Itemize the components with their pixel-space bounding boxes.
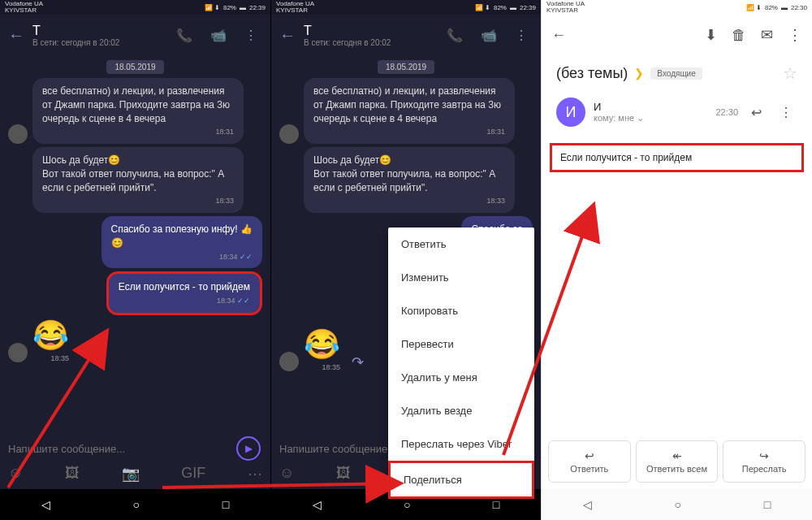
camera-icon[interactable]: 📷 (122, 465, 140, 483)
back-icon[interactable]: ← (551, 27, 566, 44)
menu-delete-all[interactable]: Удалить везде (388, 394, 534, 427)
avatar[interactable] (8, 343, 28, 362)
mail-icon[interactable]: ✉ (761, 26, 773, 44)
video-icon[interactable]: 📹 (205, 28, 231, 43)
star-icon[interactable]: ☆ (783, 63, 797, 83)
importance-icon[interactable]: ❯ (634, 67, 644, 80)
avatar[interactable] (8, 124, 28, 144)
nav-back[interactable]: ◁ (41, 498, 50, 511)
more-composer-icon[interactable]: ⋯ (248, 465, 262, 483)
chat-title[interactable]: Т (32, 24, 163, 38)
status-bar: Vodafone UA KYIVSTAR 📶 ⬇ 82% ▬ 22:39 (271, 0, 541, 15)
delete-icon[interactable]: 🗑 (732, 27, 746, 44)
status-bar: Vodafone UA KYIVSTAR 📶 ⬇ 82% ▬ 22:30 (542, 0, 812, 15)
message-in[interactable]: все бесплатно) и лекции, и развлечения о… (32, 78, 244, 144)
share-icon[interactable]: ↷ (352, 353, 364, 371)
call-icon[interactable]: 📞 (171, 28, 197, 43)
forward-button[interactable]: ↪Переслать (723, 440, 806, 483)
call-icon[interactable]: 📞 (442, 28, 468, 43)
message-out-highlighted[interactable]: Если получится - то прийдем 18:34 ✓✓ (106, 271, 262, 314)
status-bar: Vodafone UA KYIVSTAR 📶 ⬇ 82% ▬ 22:39 (0, 0, 270, 15)
mic-button[interactable]: ▶ (236, 436, 261, 461)
message-in[interactable]: Шось да будет😊 Вот такой ответ получила,… (32, 147, 244, 213)
nav-recent[interactable]: □ (764, 498, 771, 511)
reply-button[interactable]: ↩Ответить (548, 440, 631, 483)
nav-back[interactable]: ◁ (313, 498, 322, 511)
back-icon[interactable]: ← (279, 26, 296, 45)
clock: 22:39 (249, 4, 266, 11)
date-chip: 18.05.2019 (0, 58, 270, 73)
menu-copy[interactable]: Копировать (388, 294, 534, 327)
archive-icon[interactable]: ⬇ (705, 26, 717, 44)
reply-icon[interactable]: ↩ (746, 105, 767, 120)
gmail-header: ← ⬇ 🗑 ✉ ⋮ (542, 15, 812, 55)
menu-translate[interactable]: Перевести (388, 327, 534, 361)
email-time: 22:30 (715, 107, 738, 117)
nav-home[interactable]: ○ (133, 498, 140, 511)
signal-icon: 📶 ⬇ (205, 4, 220, 11)
chat-header: ← Т В сети: сегодня в 20:02 📞 📹 ⋮ (0, 15, 270, 55)
more-icon[interactable]: ⋮ (240, 28, 262, 43)
share-icon[interactable]: ↷ (80, 344, 93, 362)
gmail-actions: ↩Ответить ↞Ответить всем ↪Переслать (542, 434, 812, 489)
sender-name[interactable]: И (594, 101, 707, 113)
menu-delete-mine[interactable]: Удалить у меня (388, 361, 534, 394)
composer: ▶ ☺ 🖼 📷 GIF ⋯ (0, 431, 270, 489)
gallery-icon[interactable]: 🖼 (65, 465, 80, 483)
message-in[interactable]: Шось да будет😊 Вот такой ответ получила,… (304, 147, 515, 213)
nav-recent[interactable]: □ (222, 498, 229, 511)
message-in[interactable]: все бесплатно) и лекции, и развлечения о… (304, 78, 515, 144)
back-icon[interactable]: ← (8, 26, 24, 45)
context-menu: Ответить Изменить Копировать Перевести У… (388, 228, 534, 499)
more-icon[interactable]: ⋮ (775, 105, 797, 120)
message-input[interactable] (8, 438, 262, 460)
email-subject: (без темы) (556, 65, 628, 82)
sender-avatar[interactable]: И (556, 98, 585, 127)
chat-subtitle: В сети: сегодня в 20:02 (32, 38, 163, 47)
chevron-down-icon[interactable]: ⌄ (637, 113, 644, 123)
nav-home[interactable]: ○ (675, 498, 681, 511)
video-icon[interactable]: 📹 (476, 28, 502, 43)
nav-recent[interactable]: □ (493, 498, 499, 511)
more-icon[interactable]: ⋮ (788, 26, 802, 44)
reply-all-button[interactable]: ↞Ответить всем (636, 440, 719, 483)
menu-edit[interactable]: Изменить (388, 261, 534, 294)
nav-back[interactable]: ◁ (583, 498, 592, 511)
nav-bar: ◁ ○ □ (0, 489, 270, 520)
nav-home[interactable]: ○ (404, 498, 410, 511)
emoji-icon[interactable]: ☺ (8, 465, 23, 483)
gif-icon[interactable]: GIF (181, 465, 205, 483)
battery-text: 82% (223, 4, 236, 11)
inbox-label[interactable]: Входящие (650, 67, 702, 80)
carrier-2: KYIVSTAR (5, 7, 43, 14)
menu-share[interactable]: Поделиться (388, 461, 534, 499)
emoji-message[interactable]: 😂 (32, 318, 69, 353)
menu-forward-viber[interactable]: Переслать через Viber (388, 427, 534, 461)
menu-reply[interactable]: Ответить (388, 228, 534, 261)
battery-icon: ▬ (240, 4, 246, 11)
more-icon[interactable]: ⋮ (510, 28, 533, 43)
message-out[interactable]: Спасибо за полезную инфу! 👍😊 18:34 ✓✓ (102, 216, 262, 268)
email-body: Если получится - то прийдем (550, 143, 804, 172)
